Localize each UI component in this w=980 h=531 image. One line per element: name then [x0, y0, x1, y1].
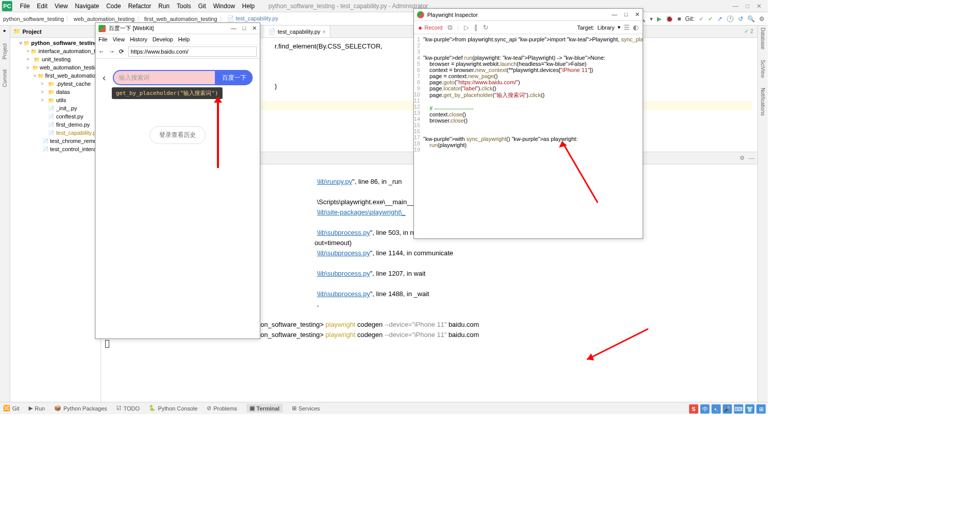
git-rollback-icon[interactable]: ↺ — [738, 15, 743, 22]
tree-item[interactable]: >📁unit_testing — [10, 55, 101, 63]
theme-icon[interactable]: ◐ — [633, 23, 639, 31]
breadcrumb-item[interactable]: 📄 test_capability.py — [227, 15, 279, 22]
menu-help[interactable]: Help — [238, 3, 258, 10]
baidu-search-button[interactable]: 百度一下 — [216, 70, 253, 85]
tree-item[interactable]: 📄test_chrome_remote. — [10, 137, 101, 145]
menu-navigate[interactable]: Navigate — [71, 3, 103, 10]
tree-item[interactable]: >📁.pytest_cache — [10, 80, 101, 88]
close-icon[interactable]: ✕ — [756, 3, 762, 10]
bottom-tab-git[interactable]: 🔀 Git — [3, 405, 19, 412]
baidu-back-icon[interactable]: ‹ — [103, 73, 113, 83]
tree-root[interactable]: v📁 python_software_testing D:\ — [10, 39, 101, 47]
side-tab-database[interactable]: Database — [760, 28, 766, 50]
chevron-down-icon[interactable]: ▾ — [618, 24, 621, 31]
menu-file[interactable]: File — [16, 3, 33, 10]
menu-git[interactable]: Git — [194, 3, 209, 10]
inspector-code[interactable]: 1 2 3 4 5 6 7 8 9 10 11 12 13 14 15 16 1… — [414, 34, 643, 238]
tree-item[interactable]: 📄test_control_interactio — [10, 145, 101, 153]
breadcrumb-item[interactable]: python_software_testing — [3, 16, 64, 22]
tree-item[interactable]: v📁first_web_automation_te — [10, 71, 101, 80]
stop-icon[interactable]: ■ — [677, 15, 681, 22]
tree-item[interactable]: >📁datas — [10, 88, 101, 96]
pause-icon[interactable]: ‖ — [474, 23, 478, 31]
ime-keyboard-icon[interactable]: ⌨ — [734, 404, 743, 414]
side-tab-commit[interactable]: Commit — [2, 69, 8, 87]
bottom-tab-terminal[interactable]: ▣ Terminal — [247, 404, 283, 413]
tree-item[interactable]: 📄conftest.py — [10, 112, 101, 120]
breadcrumb-item[interactable]: first_web_automation_testing — [144, 16, 217, 22]
browser-menu-develop[interactable]: Develop — [153, 36, 173, 42]
browser-menu-file[interactable]: File — [99, 36, 108, 42]
minimize-icon[interactable]: — — [732, 3, 739, 10]
ime-mic-icon[interactable]: 🎤 — [723, 404, 732, 414]
browser-menu-history[interactable]: History — [130, 36, 147, 42]
resume-icon[interactable]: ▷ — [464, 23, 469, 31]
browser-menu-view[interactable]: View — [113, 36, 125, 42]
menu-edit[interactable]: Edit — [33, 3, 51, 10]
side-tab-sciview[interactable]: SciView — [760, 60, 766, 78]
minimize-icon[interactable]: — — [611, 11, 617, 18]
editor-tab[interactable]: 📄 test_capability.py × — [264, 26, 330, 37]
expand-icon[interactable]: ▸ — [4, 28, 6, 33]
git-history-icon[interactable]: 🕐 — [726, 15, 734, 22]
close-icon[interactable]: ✕ — [252, 25, 257, 32]
ime-sogou-icon[interactable]: S — [689, 404, 698, 414]
debug-icon[interactable]: 🐞 — [666, 15, 673, 22]
ime-punct-icon[interactable]: •, — [712, 404, 721, 414]
baidu-history-button[interactable]: 登录查看历史 — [150, 126, 206, 144]
maximize-icon[interactable]: □ — [624, 11, 628, 18]
url-bar[interactable]: https://www.baidu.com/ — [128, 46, 257, 57]
browser-viewport[interactable]: ‹ 输入搜索词 百度一下 get_by_placeholder("输入搜索词")… — [95, 59, 260, 339]
bottom-tab-console[interactable]: 🐍 Python Console — [149, 405, 198, 412]
side-tab-project[interactable]: Project — [2, 43, 8, 59]
project-panel: 📁 Project v📁 python_software_testing D:\… — [10, 26, 101, 402]
bottom-tab-run[interactable]: ▶ Run — [29, 405, 45, 412]
breadcrumb-item[interactable]: web_automation_testing — [74, 16, 134, 22]
browser-menu-help[interactable]: Help — [178, 36, 190, 42]
bottom-tab-problems[interactable]: ⊘ Problems — [207, 405, 237, 412]
tree-item[interactable]: >📁utils — [10, 96, 101, 104]
list-icon[interactable]: ☰ — [624, 23, 630, 31]
tree-item[interactable]: >📁interface_automation_testin — [10, 47, 101, 55]
bottom-tab-todo[interactable]: ☑ TODO — [116, 405, 140, 412]
tree-item[interactable]: 📄first_demo.py — [10, 120, 101, 129]
tree-item[interactable]: 📄test_capability.py — [10, 129, 101, 137]
git-commit-icon[interactable]: ✓ — [708, 15, 713, 22]
ime-lang-icon[interactable]: 中 — [700, 404, 709, 414]
close-icon[interactable]: ✕ — [635, 11, 640, 18]
run-config[interactable]: ▾ — [650, 15, 653, 22]
menu-run[interactable]: Run — [155, 3, 173, 10]
git-update-icon[interactable]: ✓ — [699, 15, 704, 22]
tree-item[interactable]: 📄_init_.py — [10, 104, 101, 112]
terminal-settings-icon[interactable]: ⚙ — [740, 155, 745, 161]
back-icon[interactable]: ← — [99, 48, 105, 55]
menu-view[interactable]: View — [51, 3, 71, 10]
menu-refactor[interactable]: Refactor — [125, 3, 155, 10]
target-selector[interactable]: Target: Library ▾ ☰ ◐ — [577, 23, 639, 31]
bottom-tab-services[interactable]: ⊞ Services — [292, 405, 320, 412]
baidu-search-input[interactable]: 输入搜索词 — [113, 70, 216, 85]
maximize-icon[interactable]: □ — [242, 25, 246, 32]
copy-icon[interactable]: ⧉ — [448, 23, 452, 32]
terminal-minimize-icon[interactable]: — — [749, 155, 754, 161]
ime-menu-icon[interactable]: ⊞ — [756, 404, 766, 414]
menu-window[interactable]: Window — [210, 3, 239, 10]
maximize-icon[interactable]: □ — [746, 3, 749, 10]
search-icon[interactable]: 🔍 — [747, 15, 755, 22]
git-push-icon[interactable]: ↗ — [717, 15, 722, 22]
reload-icon[interactable]: ⟳ — [119, 48, 124, 55]
forward-icon[interactable]: → — [109, 48, 115, 55]
bottom-tab-packages[interactable]: 📦 Python Packages — [54, 405, 107, 412]
project-tree[interactable]: v📁 python_software_testing D:\ >📁interfa… — [10, 38, 101, 154]
minimize-icon[interactable]: — — [231, 25, 236, 32]
side-tab-notifications[interactable]: Notifications — [760, 88, 766, 115]
step-icon[interactable]: ↻ — [483, 23, 488, 31]
run-icon[interactable]: ▶ — [657, 15, 662, 22]
menu-tools[interactable]: Tools — [173, 3, 194, 10]
ime-skin-icon[interactable]: 👕 — [745, 404, 754, 414]
settings-icon[interactable]: ⚙ — [759, 15, 765, 22]
close-tab-icon[interactable]: × — [323, 29, 326, 35]
menu-code[interactable]: Code — [103, 3, 125, 10]
tree-item[interactable]: v📁web_automation_testing — [10, 63, 101, 71]
record-button[interactable]: Record — [418, 23, 443, 32]
